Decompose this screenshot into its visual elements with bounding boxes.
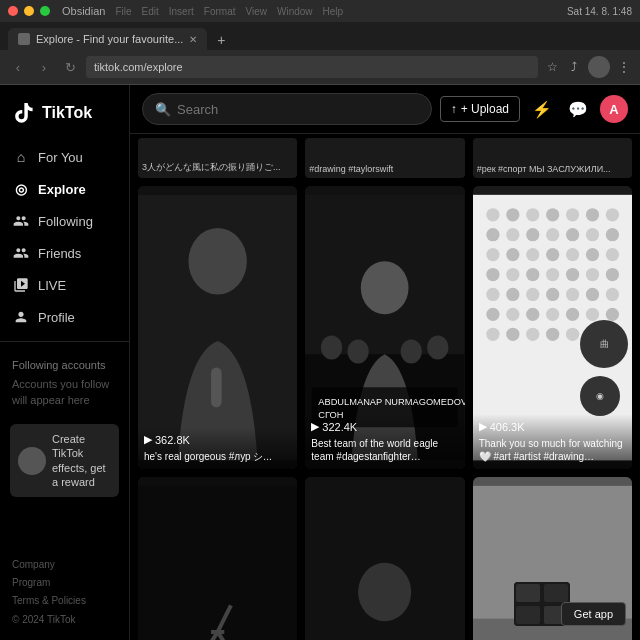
svg-point-45: [546, 288, 559, 301]
svg-point-34: [605, 248, 618, 261]
video-overlay-1: ▶ 362.8K he's real gorgeous #лур シ...: [138, 427, 297, 469]
footer-link-program[interactable]: Program: [12, 574, 117, 592]
close-dot[interactable]: [8, 6, 18, 16]
sidebar-item-friends[interactable]: Friends: [0, 237, 129, 269]
share-icon[interactable]: ⤴: [566, 59, 582, 75]
svg-point-30: [526, 248, 539, 261]
filter-icon[interactable]: ⚡: [528, 95, 556, 123]
bookmark-icon[interactable]: ☆: [544, 59, 560, 75]
sidebar: TikTok ⌂ For You ◎ Explore Following Fri…: [0, 85, 130, 640]
svg-point-40: [586, 268, 599, 281]
svg-point-5: [361, 261, 409, 314]
svg-point-11: [401, 340, 422, 364]
footer-link-company[interactable]: Company: [12, 556, 117, 574]
sidebar-item-profile[interactable]: Profile: [0, 301, 129, 333]
sidebar-item-explore[interactable]: ◎ Explore: [0, 173, 129, 205]
create-effects-avatar: [18, 447, 46, 475]
create-effects-button[interactable]: Create TikTok effects, get a reward: [10, 424, 119, 497]
svg-point-32: [566, 248, 579, 261]
svg-point-21: [486, 228, 499, 241]
create-effects-label: Create TikTok effects, get a reward: [52, 432, 111, 489]
footer-link-terms[interactable]: Terms & Policies: [12, 592, 117, 610]
svg-point-12: [427, 336, 448, 360]
sidebar-item-live[interactable]: LIVE: [0, 269, 129, 301]
menu-help[interactable]: Help: [323, 6, 344, 17]
svg-point-10: [348, 340, 369, 364]
user-avatar[interactable]: A: [600, 95, 628, 123]
video-title-2: Best team of the world eagle team #dages…: [311, 437, 458, 463]
video-card-4[interactable]: [138, 477, 297, 640]
menu-file[interactable]: File: [115, 6, 131, 17]
svg-point-44: [526, 288, 539, 301]
following-accounts-label: Following accounts: [12, 358, 117, 373]
menu-format[interactable]: Format: [204, 6, 236, 17]
svg-point-25: [566, 228, 579, 241]
get-app-button[interactable]: Get app: [561, 602, 626, 626]
search-icon: 🔍: [155, 102, 171, 117]
sidebar-label-explore: Explore: [38, 182, 86, 197]
maximize-dot[interactable]: [40, 6, 50, 16]
compass-icon: ◎: [12, 180, 30, 198]
following-icon: [12, 212, 30, 230]
video-card-partial-1[interactable]: 3人がどんな風に私の振り踊りご...: [138, 138, 297, 178]
minimize-dot[interactable]: [24, 6, 34, 16]
svg-rect-63: [138, 486, 297, 640]
video-views-1: ▶ 362.8K: [144, 433, 291, 446]
upload-button[interactable]: ↑ + Upload: [440, 96, 520, 122]
tab-close-icon[interactable]: ✕: [189, 34, 197, 45]
float-button-2[interactable]: ◉: [580, 376, 620, 416]
message-icon[interactable]: 💬: [564, 95, 592, 123]
menu-insert[interactable]: Insert: [169, 6, 194, 17]
video-card-1[interactable]: ▶ 362.8K he's real gorgeous #лур シ...: [138, 186, 297, 469]
svg-rect-2: [211, 367, 222, 407]
svg-point-15: [506, 208, 519, 221]
svg-point-23: [526, 228, 539, 241]
menu-window[interactable]: Window: [277, 6, 313, 17]
svg-point-14: [486, 208, 499, 221]
video-title-1: he's real gorgeous #лур シ...: [144, 450, 291, 463]
menu-view[interactable]: View: [245, 6, 267, 17]
forward-button[interactable]: ›: [34, 57, 54, 77]
sidebar-item-following[interactable]: Following: [0, 205, 129, 237]
svg-point-26: [586, 228, 599, 241]
svg-point-24: [546, 228, 559, 241]
sidebar-item-for-you[interactable]: ⌂ For You: [0, 141, 129, 173]
svg-point-71: [358, 563, 411, 621]
video-card-2[interactable]: ABDULMANAP NURMAGOMEDOV СГОН ▶ 322.4K: [305, 186, 464, 469]
active-tab[interactable]: Explore - Find your favourite... ✕: [8, 28, 207, 50]
svg-point-29: [506, 248, 519, 261]
menu-edit[interactable]: Edit: [142, 6, 159, 17]
svg-rect-75: [516, 584, 540, 602]
upload-label: + Upload: [461, 102, 509, 116]
profile-icon[interactable]: [588, 56, 610, 78]
video-card-5[interactable]: [305, 477, 464, 640]
video-overlay-2: ▶ 322.4K Best team of the world eagle te…: [305, 414, 464, 469]
app-name: Obsidian: [62, 5, 105, 17]
sidebar-label-friends: Friends: [38, 246, 81, 261]
search-box[interactable]: 🔍: [142, 93, 432, 125]
video-card-partial-3[interactable]: #рек #спорт МЫ ЗАСЛУЖИЛИ...: [473, 138, 632, 178]
back-button[interactable]: ‹: [8, 57, 28, 77]
following-accounts-section: Following accounts Accounts you follow w…: [0, 350, 129, 416]
window-controls: Obsidian File Edit Insert Format View Wi…: [8, 5, 343, 17]
extensions-icon[interactable]: ⋮: [616, 59, 632, 75]
svg-point-39: [566, 268, 579, 281]
svg-point-52: [546, 308, 559, 321]
search-input[interactable]: [177, 102, 419, 117]
live-icon: [12, 276, 30, 294]
float-button-1[interactable]: 曲: [580, 320, 628, 368]
svg-point-51: [526, 308, 539, 321]
new-tab-button[interactable]: +: [211, 30, 231, 50]
svg-point-49: [486, 308, 499, 321]
bike-svg: [138, 477, 297, 640]
main-content: 🔍 ↑ + Upload ⚡ 💬 A 3人がどんな風に私の振り踊りご... #d…: [130, 85, 640, 640]
refresh-button[interactable]: ↻: [60, 57, 80, 77]
url-bar[interactable]: tiktok.com/explore: [86, 56, 538, 78]
svg-point-36: [506, 268, 519, 281]
tabs-bar: Explore - Find your favourite... ✕ +: [0, 22, 640, 50]
play-icon-3: ▶: [479, 420, 487, 433]
system-tray: Sat 14. 8. 1:48: [567, 6, 632, 17]
svg-point-41: [605, 268, 618, 281]
video-card-partial-2[interactable]: #drawing #taylorswift: [305, 138, 464, 178]
tab-favicon: [18, 33, 30, 45]
